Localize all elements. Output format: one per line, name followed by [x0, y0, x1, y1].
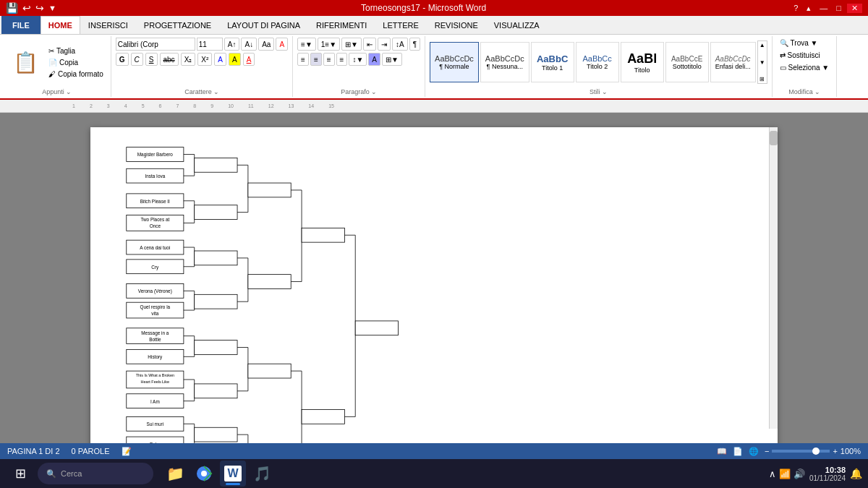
clear-format-button[interactable]: A — [276, 38, 288, 51]
help-button[interactable]: ? — [791, 4, 801, 12]
trova-button[interactable]: 🔍Trova ▼ — [777, 38, 821, 48]
bold-button[interactable]: G — [116, 53, 129, 66]
search-placeholder: Cerca — [61, 469, 82, 478]
svg-rect-29 — [127, 283, 184, 298]
font-grow-button[interactable]: A↑ — [224, 38, 240, 51]
network-icon[interactable]: 📶 — [779, 468, 791, 479]
close-button[interactable]: ✕ — [847, 4, 862, 13]
tab-file[interactable]: FILE — [1, 16, 41, 34]
tab-progettazione[interactable]: PROGETTAZIONE — [136, 16, 219, 34]
style-titolo2[interactable]: AaBbCc Titolo 2 — [576, 42, 619, 82]
tab-riferimenti[interactable]: RIFERIMENTI — [308, 16, 375, 34]
stili-label: Stili — [590, 88, 600, 95]
justify-button[interactable]: ≡ — [336, 53, 348, 66]
svg-rect-95 — [355, 321, 398, 335]
copia-button[interactable]: 📄Copia — [46, 57, 106, 68]
svg-rect-16 — [195, 205, 237, 220]
start-button[interactable]: ⊞ — [6, 461, 35, 487]
svg-text:Heart Feels Like: Heart Feels Like — [141, 380, 169, 384]
style-titolo1[interactable]: AaBbC Titolo 1 — [531, 42, 574, 82]
ribbon-toggle[interactable]: ▴ — [804, 4, 814, 13]
text-effects-button[interactable]: A — [214, 53, 226, 66]
change-case-button[interactable]: Aa — [258, 38, 274, 51]
carattere-label: Carattere — [184, 88, 212, 95]
copia-formato-button[interactable]: 🖌Copia formato — [46, 69, 106, 80]
italic-button[interactable]: C — [131, 53, 143, 66]
view-layout-button[interactable]: 📄 — [733, 447, 743, 456]
taskbar-chrome[interactable] — [191, 461, 217, 487]
search-bar[interactable]: 🔍 Cerca — [38, 463, 153, 484]
svg-text:Verona (Vérone): Verona (Vérone) — [138, 288, 172, 294]
view-web-button[interactable]: 🌐 — [749, 447, 759, 456]
svg-text:A cena dai tuoi: A cena dai tuoi — [140, 245, 170, 250]
tab-revisione[interactable]: REVISIONE — [427, 16, 486, 34]
svg-rect-20 — [248, 183, 291, 197]
style-sottotitolo[interactable]: AaBbCcE Sottotitolo — [665, 42, 709, 82]
numbering-button[interactable]: 1≡▼ — [318, 38, 340, 51]
quick-access-menu[interactable]: ▼ — [48, 4, 56, 12]
seleziona-button[interactable]: ▭Seleziona ▼ — [777, 62, 833, 73]
decrease-indent-button[interactable]: ⇤ — [363, 38, 376, 51]
borders-button[interactable]: ⊞▼ — [382, 53, 402, 66]
clock[interactable]: 10:38 01/11/2024 — [809, 466, 846, 482]
subscript-button[interactable]: X₂ — [181, 53, 196, 66]
status-bar: PAGINA 1 DI 2 0 PAROLE 📝 📖 📄 🌐 − + 100% — [0, 443, 868, 459]
style-normale[interactable]: AaBbCcDc ¶ Normale — [430, 42, 479, 82]
tab-lettere[interactable]: LETTERE — [375, 16, 427, 34]
tab-inserisci[interactable]: INSERISCI — [80, 16, 136, 34]
sort-button[interactable]: ↕A — [392, 38, 408, 51]
align-center-button[interactable]: ≡ — [310, 53, 322, 66]
sostituisci-button[interactable]: ⇄Sostituisci — [777, 50, 823, 61]
tab-visualizza[interactable]: VISUALIZZA — [486, 16, 548, 34]
zoom-slider[interactable] — [772, 450, 830, 453]
superscript-button[interactable]: X² — [197, 53, 212, 66]
scrollbar-thumb[interactable] — [770, 131, 778, 145]
taglia-button[interactable]: ✂Taglia — [46, 46, 106, 56]
strikethrough-button[interactable]: abc — [160, 53, 179, 66]
notification-button[interactable]: 🔔 — [850, 468, 862, 479]
quick-access-undo[interactable]: ↩ — [22, 2, 31, 14]
taskbar-word[interactable]: W — [220, 461, 246, 487]
increase-indent-button[interactable]: ⇥ — [378, 38, 391, 51]
svg-text:Once: Once — [150, 223, 161, 228]
tab-layout[interactable]: LAYOUT DI PAGINA — [219, 16, 308, 34]
zoom-control[interactable]: − + 100% — [765, 447, 861, 455]
underline-button[interactable]: S — [145, 53, 158, 66]
style-enfasi[interactable]: AaBbCcDc Enfasi deli... — [710, 42, 756, 82]
incolla-button[interactable]: 📋 — [7, 49, 44, 76]
svg-rect-21 — [127, 240, 184, 254]
scrollbar-vertical[interactable] — [769, 127, 778, 429]
view-read-button[interactable]: 📖 — [717, 447, 727, 456]
taskbar-explorer[interactable]: 📁 — [162, 461, 188, 487]
modifica-label: Modifica — [788, 88, 813, 95]
multilevel-button[interactable]: ⊞▼ — [341, 38, 362, 51]
svg-rect-75 — [195, 427, 237, 442]
language-indicator: 📝 — [122, 447, 132, 456]
appunti-label: Appunti — [42, 88, 64, 95]
style-nessuna[interactable]: AaBbCcDc ¶ Nessuna... — [480, 42, 529, 82]
quick-access-redo[interactable]: ↪ — [35, 2, 44, 14]
font-size-input[interactable] — [197, 38, 223, 51]
maximize-button[interactable]: □ — [833, 4, 844, 12]
align-right-button[interactable]: ≡ — [323, 53, 335, 66]
zoom-in-button[interactable]: + — [833, 447, 837, 455]
minimize-button[interactable]: — — [817, 4, 830, 12]
highlight-button[interactable]: A — [229, 53, 241, 66]
font-shrink-button[interactable]: A↓ — [241, 38, 257, 51]
show-marks-button[interactable]: ¶ — [409, 38, 420, 51]
align-left-button[interactable]: ≡ — [297, 53, 309, 66]
tray-icon-1[interactable]: ∧ — [769, 468, 776, 479]
zoom-out-button[interactable]: − — [765, 447, 769, 455]
taskbar-spotify[interactable]: 🎵 — [249, 461, 275, 487]
shading-button[interactable]: A — [368, 53, 380, 66]
style-titolo[interactable]: AaBl Titolo — [621, 42, 664, 82]
font-name-input[interactable] — [116, 38, 195, 51]
bullets-button[interactable]: ≡▼ — [297, 38, 316, 51]
word-count: 0 PAROLE — [72, 447, 110, 455]
volume-icon[interactable]: 🔊 — [793, 468, 805, 479]
font-color-button[interactable]: A — [243, 53, 255, 66]
quick-access-save[interactable]: 💾 — [6, 2, 18, 14]
line-spacing-button[interactable]: ↕▼ — [349, 53, 367, 66]
tab-home[interactable]: HOME — [41, 16, 80, 34]
styles-scroll-button[interactable]: ▲ ▼ ⊞ — [757, 40, 767, 84]
